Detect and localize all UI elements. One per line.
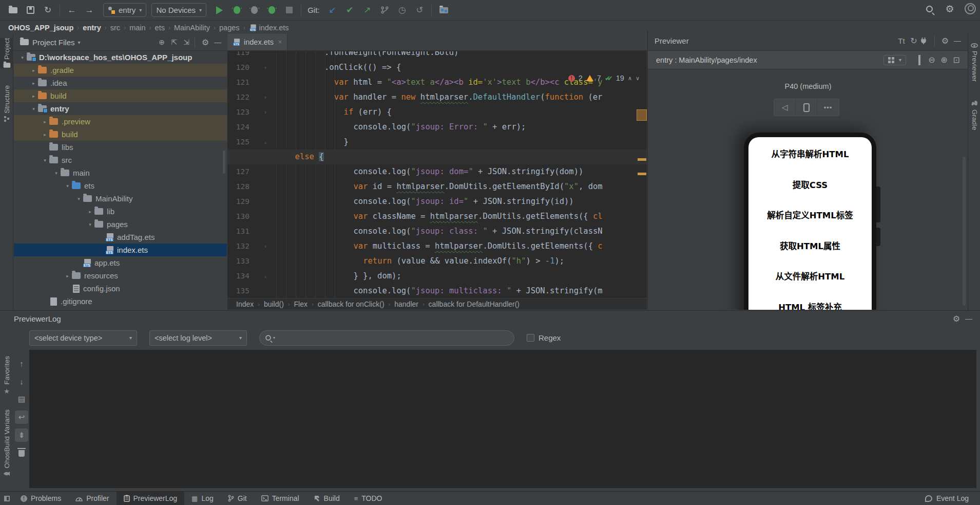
phone-app-button[interactable]: 从文件解析HTML <box>748 270 872 282</box>
editor-breadcrumb-item[interactable]: Index <box>236 300 254 308</box>
prev-issue-icon[interactable]: ∧ <box>628 75 632 82</box>
profiler-button[interactable] <box>246 4 262 17</box>
chevron-open-icon[interactable]: ▾ <box>41 158 49 163</box>
editor-breadcrumb-item[interactable]: callback for onClick() <box>318 300 385 308</box>
sidebar-tab-gradle[interactable]: Gradle <box>968 100 980 130</box>
code-line[interactable]: var multiclass = htmlparser.DomUtils.get… <box>276 239 647 254</box>
chevron-open-icon[interactable]: ▾ <box>29 106 38 111</box>
tree-row[interactable]: ▸resources <box>14 269 227 282</box>
code-line[interactable]: .fontWeight(FontWeight.Bold) <box>276 51 647 60</box>
fold-marker-icon[interactable]: ▿ <box>264 239 267 254</box>
save-icon[interactable] <box>23 4 38 17</box>
fold-marker-icon[interactable]: ▵ <box>264 269 267 284</box>
statusbar-item-terminal[interactable]: Terminal <box>254 492 306 505</box>
regex-checkbox[interactable] <box>527 334 534 342</box>
tree-row[interactable]: ▾pages <box>14 218 227 231</box>
line-number[interactable]: 128 <box>227 179 276 194</box>
code-line[interactable]: var handler = new htmlparser.DefaultHand… <box>276 90 647 105</box>
changed-files-icon[interactable] <box>436 4 451 17</box>
device-select[interactable]: No Devices ▾ <box>151 3 206 17</box>
statusbar-item-profiler[interactable]: Profiler <box>68 492 116 505</box>
chevron-open-icon[interactable]: ▾ <box>86 222 94 227</box>
refresh-icon[interactable]: ↻ <box>908 36 920 46</box>
tree-row[interactable]: ▾D:\workspace_hos_ets\OHOS_APP_jsoup <box>14 51 227 64</box>
chevron-down-icon[interactable]: ▾ <box>78 40 81 45</box>
sidebar-tab-favorites[interactable]: Favorites ★ <box>0 356 13 395</box>
phone-app-button[interactable]: 从字符串解析HTML <box>748 147 872 160</box>
inspection-widget[interactable]: ! 2 7 ✔✔ 19 ∧ ∨ <box>568 74 640 82</box>
code-line[interactable]: } }, dom); <box>276 269 647 284</box>
minimize-icon[interactable]: — <box>963 314 975 323</box>
chevron-closed-icon[interactable]: ▸ <box>63 273 72 278</box>
filter-log-icon[interactable]: ▤ <box>15 392 28 406</box>
fold-marker-icon[interactable]: ▿ <box>264 105 267 120</box>
line-number[interactable]: 135 <box>227 284 276 298</box>
close-icon[interactable]: × <box>278 39 282 46</box>
rollback-icon[interactable]: ↺ <box>412 4 427 17</box>
tree-row[interactable]: ▸.gradle <box>14 64 227 77</box>
orientation-icon[interactable]: ◁ <box>774 99 796 116</box>
tree-row[interactable]: .gitignore <box>14 295 227 308</box>
tree-scrollbar[interactable] <box>223 151 225 174</box>
statusbar-item-todo[interactable]: ≡TODO <box>347 492 390 505</box>
chevron-open-icon[interactable]: ▾ <box>63 183 72 189</box>
event-log-button[interactable]: Event Log <box>925 494 969 502</box>
device-type-select[interactable]: <select device type> ▾ <box>29 330 137 346</box>
plug-icon[interactable] <box>920 37 932 45</box>
chevron-open-icon[interactable]: ▾ <box>74 196 83 201</box>
run-button[interactable] <box>212 4 227 17</box>
tree-row[interactable]: config.json <box>14 282 227 295</box>
editor-breadcrumb-item[interactable]: Flex <box>294 300 308 308</box>
sync-icon[interactable]: ↻ <box>40 4 55 17</box>
line-number[interactable]: 129 <box>227 194 276 209</box>
zoom-in-icon[interactable]: ⊕ <box>938 55 950 65</box>
tree-row[interactable]: ▸lib <box>14 205 227 218</box>
locate-icon[interactable]: ⊕ <box>156 38 168 46</box>
editor-breadcrumb-item[interactable]: callback for DefaultHandler() <box>429 300 520 308</box>
line-number[interactable]: 132▿ <box>227 239 276 254</box>
minimize-icon[interactable]: — <box>951 36 964 45</box>
line-number[interactable]: 119 <box>227 51 276 60</box>
forward-arrow-icon[interactable]: → <box>82 4 97 17</box>
sidebar-tab-ohosbuild[interactable]: OhosBuild Variants <box>0 409 13 476</box>
code-line[interactable]: .onClick(() => { <box>276 60 647 75</box>
editor-code[interactable]: .fontWeight(FontWeight.Bold).onClick(() … <box>276 51 647 298</box>
statusbar-item-build[interactable]: Build <box>306 492 347 505</box>
editor-breadcrumb-item[interactable]: handler <box>394 300 418 308</box>
code-line[interactable]: else { <box>227 149 647 164</box>
sidebar-tab-project[interactable]: Project <box>0 38 13 68</box>
breadcrumb-item[interactable]: index.ets <box>249 24 289 32</box>
chevron-open-icon[interactable]: ▾ <box>18 55 27 60</box>
scroll-up-icon[interactable]: ↑ <box>15 357 28 370</box>
breadcrumb-item[interactable]: main <box>129 24 145 32</box>
history-clock-icon[interactable]: ◷ <box>394 4 410 17</box>
editor-breadcrumb-item[interactable]: build() <box>264 300 284 308</box>
breadcrumb-item[interactable]: entry <box>83 24 101 32</box>
breadcrumb-item[interactable]: MainAbility <box>174 24 210 32</box>
fold-marker-icon[interactable]: ▿ <box>264 90 267 105</box>
code-line[interactable]: } <box>276 135 647 149</box>
tree-row[interactable]: ▸build <box>14 128 227 141</box>
tree-row[interactable]: ▸build <box>14 89 227 102</box>
code-line[interactable]: console.log("jsoup: id=" + JSON.stringif… <box>276 194 647 209</box>
code-line[interactable]: console.log("jsoup: multiclass: " + JSON… <box>276 284 647 298</box>
settings-gear-icon[interactable]: ⚙ <box>942 2 957 15</box>
phone-app-button[interactable]: 获取HTML属性 <box>748 239 872 252</box>
tree-row[interactable]: ▸.idea <box>14 77 227 89</box>
code-line[interactable]: if (err) { <box>276 105 647 120</box>
fit-screen-icon[interactable]: ⊡ <box>950 55 963 65</box>
tab-index-ets[interactable]: index.ets × <box>227 34 287 50</box>
chevron-closed-icon[interactable]: ▸ <box>86 209 94 214</box>
statusbar-item-problems[interactable]: !Problems <box>13 492 68 505</box>
git-commit-icon[interactable]: ✔ <box>342 4 357 17</box>
scroll-down-icon[interactable]: ↓ <box>15 375 28 388</box>
phone-app-button[interactable]: HTML 标签补充 <box>748 301 872 310</box>
fold-marker-icon[interactable]: ▵ <box>264 135 267 149</box>
panel-gear-icon[interactable]: ⚙ <box>199 38 212 47</box>
fold-marker-icon[interactable]: ▿ <box>264 60 267 75</box>
avatar[interactable] <box>963 2 978 15</box>
soft-wrap-icon[interactable]: ↩ <box>15 410 28 424</box>
line-number[interactable]: 134▵ <box>227 269 276 284</box>
tree-row[interactable]: ▾entry <box>14 102 227 115</box>
editor-body[interactable]: 119120▿121122▿123▿124125▵126▿12712812913… <box>227 51 647 298</box>
